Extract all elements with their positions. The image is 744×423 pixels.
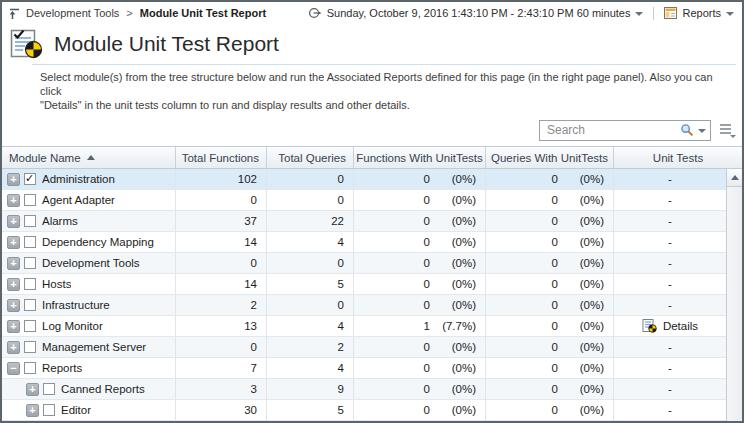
functions-unittests-count: 0	[361, 173, 430, 185]
search-icon[interactable]	[680, 123, 694, 137]
module-unit-test-report-icon	[9, 29, 43, 59]
functions-with-unittests-cell: 0 (0%)	[354, 400, 486, 420]
total-functions-cell: 0	[176, 253, 267, 273]
functions-with-unittests-cell: 0 (0%)	[354, 253, 486, 273]
column-header-functions-with-unittests[interactable]: Functions With UnitTests	[354, 147, 486, 168]
functions-unittests-percent: (7.7%)	[430, 320, 476, 332]
total-queries-cell: 22	[267, 211, 354, 231]
topbar-right: Sunday, October 9, 2016 1:43:10 PM - 2:4…	[308, 6, 734, 20]
row-checkbox[interactable]	[24, 278, 36, 290]
total-functions-cell: 3	[176, 379, 267, 399]
topbar-divider	[653, 7, 654, 20]
row-checkbox[interactable]	[24, 173, 36, 185]
scrollbar-track[interactable]	[727, 187, 742, 421]
grid-body: + Administration 102 0 0 (0%) 0 (0%)	[2, 169, 742, 421]
expand-toggle-icon[interactable]: +	[7, 236, 20, 249]
column-header-total-queries[interactable]: Total Queries	[267, 147, 354, 168]
table-row[interactable]: + Agent Adapter 0 0 0 (0%) 0 (0%)	[2, 190, 726, 211]
row-checkbox[interactable]	[24, 362, 36, 374]
time-range-caret-icon[interactable]	[635, 12, 643, 16]
search-options-caret-icon[interactable]	[698, 129, 706, 133]
queries-unittests-count: 0	[493, 173, 558, 185]
unit-tests-cell: -	[614, 358, 726, 378]
row-checkbox[interactable]	[24, 320, 36, 332]
total-functions-cell: 0	[176, 190, 267, 210]
table-row[interactable]: + Canned Reports 3 9 0 (0%) 0 (0%)	[2, 379, 726, 400]
functions-unittests-count: 0	[361, 257, 430, 269]
details-link[interactable]: Details	[642, 319, 698, 333]
table-row[interactable]: + Administration 102 0 0 (0%) 0 (0%)	[2, 169, 726, 190]
expand-toggle-icon[interactable]: +	[7, 173, 20, 186]
expand-toggle-icon[interactable]: +	[7, 194, 20, 207]
expand-toggle-icon[interactable]: +	[26, 383, 39, 396]
functions-with-unittests-cell: 0 (0%)	[354, 295, 486, 315]
time-range-selector[interactable]: Sunday, October 9, 2016 1:43:10 PM - 2:4…	[308, 6, 644, 20]
expand-toggle-icon[interactable]: +	[7, 320, 20, 333]
queries-unittests-percent: (0%)	[558, 299, 604, 311]
scroll-up-button[interactable]	[727, 169, 742, 187]
row-checkbox[interactable]	[43, 404, 55, 416]
functions-unittests-percent: (0%)	[430, 362, 476, 374]
row-checkbox[interactable]	[24, 215, 36, 227]
app-window: Development Tools > Module Unit Test Rep…	[0, 0, 744, 423]
vertical-scrollbar[interactable]	[726, 169, 742, 421]
expand-toggle-icon[interactable]: +	[7, 341, 20, 354]
row-checkbox[interactable]	[24, 341, 36, 353]
queries-unittests-count: 0	[493, 320, 558, 332]
expand-toggle-icon[interactable]: +	[26, 404, 39, 417]
expand-toggle-icon[interactable]: +	[7, 257, 20, 270]
queries-with-unittests-cell: 0 (0%)	[486, 295, 614, 315]
reports-button-label: Reports	[682, 7, 721, 19]
column-header-unit-tests[interactable]: Unit Tests	[614, 147, 742, 168]
page-description-line2: "Details" in the unit tests column to ru…	[40, 98, 734, 112]
queries-with-unittests-cell: 0 (0%)	[486, 337, 614, 357]
column-chooser-icon[interactable]	[720, 123, 735, 137]
reports-button[interactable]: Reports	[664, 7, 734, 19]
module-name-label: Agent Adapter	[42, 194, 115, 206]
table-row[interactable]: + Hosts 14 5 0 (0%) 0 (0%)	[2, 274, 726, 295]
queries-with-unittests-cell: 0 (0%)	[486, 169, 614, 189]
functions-unittests-percent: (0%)	[430, 278, 476, 290]
table-row[interactable]: + Dependency Mapping 14 4 0 (0%) 0 (0%)	[2, 232, 726, 253]
queries-with-unittests-cell: 0 (0%)	[486, 190, 614, 210]
time-range-icon	[308, 6, 322, 20]
module-name-cell: + Dependency Mapping	[2, 232, 176, 252]
column-header-module-name[interactable]: Module Name	[2, 147, 176, 168]
table-row[interactable]: + Development Tools 0 0 0 (0%) 0 (0%)	[2, 253, 726, 274]
unit-tests-dash: -	[668, 236, 672, 248]
row-checkbox[interactable]	[24, 194, 36, 206]
up-level-icon[interactable]	[8, 7, 21, 20]
expand-toggle-icon[interactable]: +	[7, 299, 20, 312]
functions-with-unittests-cell: 0 (0%)	[354, 169, 486, 189]
column-header-total-functions[interactable]: Total Functions	[176, 147, 267, 168]
column-header-queries-with-unittests[interactable]: Queries With UnitTests	[486, 147, 614, 168]
grid-toolbar	[2, 116, 742, 146]
unit-tests-cell: -	[614, 274, 726, 294]
unit-tests-cell: -	[614, 295, 726, 315]
row-checkbox[interactable]	[24, 257, 36, 269]
top-bar: Development Tools > Module Unit Test Rep…	[2, 2, 742, 24]
breadcrumb-parent[interactable]: Development Tools	[26, 7, 119, 19]
module-name-label: Management Server	[42, 341, 146, 353]
module-name-label: Canned Reports	[61, 383, 145, 395]
functions-unittests-count: 0	[361, 299, 430, 311]
table-row[interactable]: + Editor 30 5 0 (0%) 0 (0%)	[2, 400, 726, 421]
row-checkbox[interactable]	[24, 236, 36, 248]
row-checkbox[interactable]	[43, 383, 55, 395]
table-row[interactable]: − Reports 7 4 0 (0%) 0 (0%)	[2, 358, 726, 379]
queries-unittests-count: 0	[493, 383, 558, 395]
table-row[interactable]: + Alarms 37 22 0 (0%) 0 (0%)	[2, 211, 726, 232]
expand-toggle-icon[interactable]: −	[7, 362, 20, 375]
reports-caret-icon[interactable]	[726, 12, 734, 16]
table-row[interactable]: + Management Server 0 2 0 (0%) 0 (0%)	[2, 337, 726, 358]
search-box[interactable]	[539, 120, 711, 141]
module-name-label: Infrastructure	[42, 299, 110, 311]
table-row[interactable]: + Infrastructure 2 0 0 (0%) 0 (0%)	[2, 295, 726, 316]
row-checkbox[interactable]	[24, 299, 36, 311]
table-row[interactable]: + Log Monitor 13 4 1 (7.7%) 0 (0%)	[2, 316, 726, 337]
search-input[interactable]	[545, 122, 680, 138]
functions-unittests-count: 0	[361, 278, 430, 290]
expand-toggle-icon[interactable]: +	[7, 215, 20, 228]
queries-with-unittests-cell: 0 (0%)	[486, 400, 614, 420]
expand-toggle-icon[interactable]: +	[7, 278, 20, 291]
